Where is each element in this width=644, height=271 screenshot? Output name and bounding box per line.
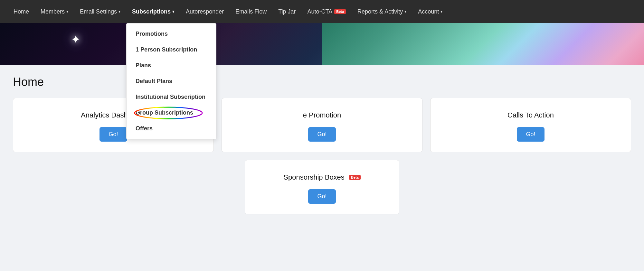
cards-row-2: Sponsorship Boxes Beta Go! bbox=[13, 160, 631, 214]
page-content: Home Analytics Dashboard Go! e Promotion… bbox=[0, 65, 644, 232]
calls-to-action-title: Calls To Action bbox=[507, 111, 554, 119]
calls-to-action-card: Calls To Action Go! bbox=[430, 98, 631, 152]
main-nav: Home Members ▾ Email Settings ▾ Subscrip… bbox=[0, 0, 644, 23]
dropdown-item-group-subscriptions[interactable]: Group Subscriptions bbox=[127, 105, 216, 121]
nav-item-members[interactable]: Members ▾ bbox=[35, 0, 74, 23]
email-settings-chevron-icon: ▾ bbox=[118, 9, 120, 14]
auto-cta-beta-badge: Beta bbox=[334, 9, 346, 14]
dropdown-item-default-plans[interactable]: Default Plans bbox=[127, 73, 216, 89]
sponsorship-boxes-beta-badge: Beta bbox=[349, 175, 361, 180]
sponsorship-boxes-title-area: Sponsorship Boxes Beta bbox=[283, 173, 360, 182]
nav-item-tip-jar[interactable]: Tip Jar bbox=[272, 0, 301, 23]
nav-item-auto-cta[interactable]: Auto-CTA Beta bbox=[302, 0, 352, 23]
page-title: Home bbox=[13, 75, 631, 89]
sponsorship-boxes-title: Sponsorship Boxes bbox=[283, 173, 345, 182]
nav-item-reports-activity[interactable]: Reports & Activity ▾ bbox=[352, 0, 412, 23]
analytics-dashboard-go-button[interactable]: Go! bbox=[99, 127, 127, 142]
sponsorship-boxes-card: Sponsorship Boxes Beta Go! bbox=[245, 160, 399, 214]
subscriptions-chevron-icon: ▾ bbox=[172, 9, 174, 14]
members-chevron-icon: ▾ bbox=[66, 9, 68, 14]
nav-item-email-settings[interactable]: Email Settings ▾ bbox=[74, 0, 126, 23]
promotion-go-button[interactable]: Go! bbox=[308, 127, 336, 142]
nav-item-autoresponder[interactable]: Autoresponder bbox=[180, 0, 230, 23]
calls-to-action-go-button[interactable]: Go! bbox=[517, 127, 544, 142]
promotion-card: e Promotion Go! bbox=[222, 98, 422, 152]
dropdown-item-institutional[interactable]: Institutional Subscription bbox=[127, 89, 216, 105]
nav-item-account[interactable]: Account ▾ bbox=[412, 0, 448, 23]
dropdown-item-promotions[interactable]: Promotions bbox=[127, 26, 216, 42]
nav-item-home[interactable]: Home bbox=[8, 0, 35, 23]
sponsorship-boxes-go-button[interactable]: Go! bbox=[308, 189, 336, 204]
dropdown-item-one-person[interactable]: 1 Person Subscription bbox=[127, 42, 216, 58]
cards-row-1: Analytics Dashboard Go! e Promotion Go! … bbox=[13, 98, 631, 152]
nav-item-subscriptions[interactable]: Subscriptions ▾ Promotions 1 Person Subs… bbox=[126, 0, 180, 23]
promotion-title: e Promotion bbox=[303, 111, 341, 119]
account-chevron-icon: ▾ bbox=[440, 9, 442, 14]
nav-item-emails-flow[interactable]: Emails Flow bbox=[230, 0, 272, 23]
subscriptions-dropdown: Promotions 1 Person Subscription Plans D… bbox=[126, 23, 216, 139]
dropdown-item-plans[interactable]: Plans bbox=[127, 58, 216, 73]
reports-chevron-icon: ▾ bbox=[404, 9, 406, 14]
dropdown-item-offers[interactable]: Offers bbox=[127, 121, 216, 136]
hero-banner bbox=[0, 23, 644, 65]
